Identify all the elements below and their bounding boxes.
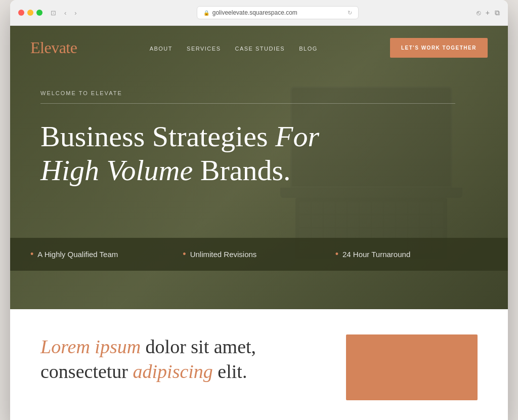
minimize-button[interactable] xyxy=(27,10,33,16)
nav-services[interactable]: SERVICES xyxy=(187,46,221,52)
feature-qualified-team: • A Highly Qualified Team xyxy=(30,249,183,260)
window-switcher-icon[interactable]: ⊡ xyxy=(49,8,58,18)
address-bar[interactable]: 🔒 goliveelevate.squarespace.com ↻ xyxy=(197,6,359,19)
forward-button[interactable]: › xyxy=(72,8,78,18)
feature-hour-turnaround: • 24 Hour Turnaround xyxy=(335,249,488,260)
feature-unlimited-revisions: • Unlimited Revisions xyxy=(183,249,335,260)
back-button[interactable]: ‹ xyxy=(62,8,68,18)
new-tab-icon[interactable]: + xyxy=(486,9,490,17)
reload-icon[interactable]: ↻ xyxy=(348,10,352,16)
bullet-icon-2: • xyxy=(183,249,186,260)
bullet-icon-3: • xyxy=(335,249,338,260)
feature-label-1: A Highly Qualified Team xyxy=(37,250,118,259)
address-bar-container: 🔒 goliveelevate.squarespace.com ↻ xyxy=(85,6,470,19)
below-hero-text: Lorem ipsum dolor sit amet, consectetur … xyxy=(40,334,326,385)
below-headline: Lorem ipsum dolor sit amet, consectetur … xyxy=(40,334,326,385)
url-text: goliveelevate.squarespace.com xyxy=(212,9,297,16)
hero-headline: Business Strategies For High Volume Bran… xyxy=(40,120,344,187)
hero-divider xyxy=(40,103,455,104)
browser-chrome: ⊡ ‹ › 🔒 goliveelevate.squarespace.com ↻ … xyxy=(10,0,508,26)
navigation: Elevate ABOUT SERVICES CASE STUDIES BLOG… xyxy=(10,26,508,70)
headline-text-2: High Volume Brands. xyxy=(40,154,291,187)
hero-section: Elevate ABOUT SERVICES CASE STUDIES BLOG… xyxy=(10,26,508,309)
browser-actions: ⎋ + ⧉ xyxy=(477,9,500,17)
browser-window: ⊡ ‹ › 🔒 goliveelevate.squarespace.com ↻ … xyxy=(10,0,508,420)
below-hero-section: Lorem ipsum dolor sit amet, consectetur … xyxy=(10,309,508,420)
site-logo[interactable]: Elevate xyxy=(30,38,77,57)
welcome-text: WELCOME TO ELEVATE xyxy=(40,90,478,96)
traffic-lights xyxy=(18,10,42,16)
below-cta-box[interactable] xyxy=(346,334,478,400)
bullet-icon-1: • xyxy=(30,249,33,260)
close-button[interactable] xyxy=(18,10,24,16)
hero-content: WELCOME TO ELEVATE Business Strategies F… xyxy=(10,70,508,207)
feature-label-3: 24 Hour Turnaround xyxy=(342,250,410,259)
tabs-icon[interactable]: ⧉ xyxy=(495,9,500,17)
nav-case-studies[interactable]: CASE STUDIES xyxy=(235,46,285,52)
nav-blog[interactable]: BLOG xyxy=(299,46,318,52)
nav-links: ABOUT SERVICES CASE STUDIES BLOG xyxy=(150,44,318,53)
feature-bar: • A Highly Qualified Team • Unlimited Re… xyxy=(10,238,508,271)
lets-work-together-button[interactable]: LET'S WORK TOGETHER xyxy=(390,38,488,58)
browser-controls: ⊡ ‹ › xyxy=(49,8,79,18)
website-content: Elevate ABOUT SERVICES CASE STUDIES BLOG… xyxy=(10,26,508,420)
share-icon[interactable]: ⎋ xyxy=(477,9,481,17)
nav-about[interactable]: ABOUT xyxy=(150,46,172,52)
headline-text-1: Business Strategies For xyxy=(40,120,319,153)
feature-label-2: Unlimited Revisions xyxy=(190,250,257,259)
lock-icon: 🔒 xyxy=(203,10,209,16)
maximize-button[interactable] xyxy=(36,10,42,16)
